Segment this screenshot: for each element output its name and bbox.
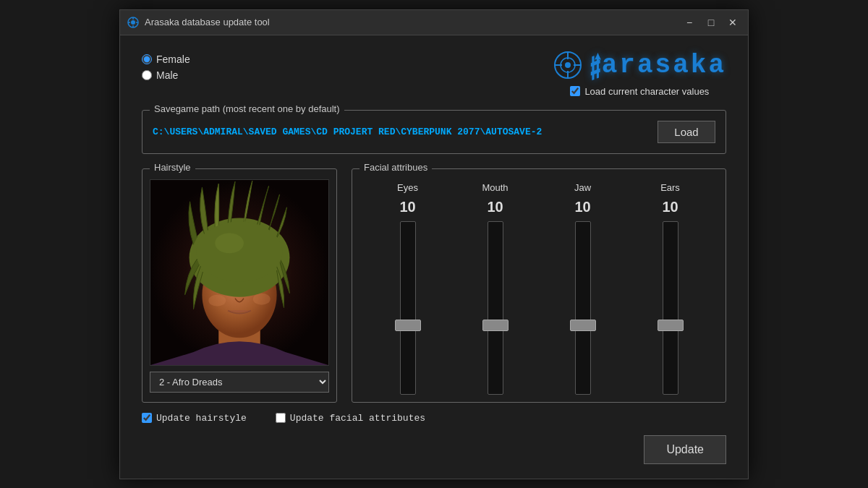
- gender-group: Female Male: [142, 50, 190, 81]
- jaw-slider-thumb[interactable]: [570, 320, 596, 331]
- checkboxes-row: Update hairstyle Update facial attribute…: [142, 413, 726, 424]
- male-label: Male: [156, 69, 178, 81]
- arasaka-emblem-icon: [553, 51, 582, 80]
- facial-columns: Eyes 10 Mouth 10 Jaw: [364, 182, 714, 395]
- jaw-label: Jaw: [574, 182, 591, 193]
- facial-legend: Facial attribues: [359, 162, 432, 173]
- window-controls: − □ ✕: [681, 14, 741, 30]
- ears-slider[interactable]: [663, 221, 678, 395]
- facial-col-jaw: Jaw 10: [561, 182, 605, 395]
- facial-col-mouth: Mouth 10: [474, 182, 517, 395]
- update-button[interactable]: Update: [644, 435, 726, 464]
- app-window: Arasaka database update tool − □ ✕ Femal…: [119, 9, 749, 479]
- update-hairstyle-checkbox[interactable]: [142, 413, 152, 423]
- jaw-slider[interactable]: [575, 221, 591, 395]
- main-panels: Hairstyle: [142, 168, 726, 403]
- load-button[interactable]: Load: [658, 121, 715, 143]
- savegame-legend: Savegame path (most recent one by defaul…: [150, 103, 344, 114]
- male-radio-label[interactable]: Male: [142, 69, 190, 81]
- main-content: Female Male: [120, 35, 748, 479]
- update-hairstyle-label[interactable]: Update hairstyle: [142, 413, 247, 424]
- savegame-input[interactable]: [153, 127, 650, 137]
- minimize-button[interactable]: −: [681, 14, 697, 30]
- ears-label: Ears: [660, 182, 680, 193]
- mouth-slider[interactable]: [488, 221, 503, 395]
- svg-point-23: [196, 221, 282, 281]
- title-bar: Arasaka database update tool − □ ✕: [120, 10, 748, 35]
- maximize-button[interactable]: □: [703, 14, 719, 30]
- svg-point-24: [215, 233, 244, 253]
- window-title: Arasaka database update tool: [145, 17, 676, 27]
- svg-point-12: [565, 62, 571, 68]
- update-facial-text: Update facial attributes: [290, 413, 425, 424]
- jaw-value: 10: [574, 199, 590, 215]
- character-preview: [150, 179, 329, 366]
- update-facial-label[interactable]: Update facial attributes: [276, 413, 425, 424]
- svg-point-20: [208, 294, 226, 306]
- update-hairstyle-text: Update hairstyle: [156, 413, 247, 424]
- ears-value: 10: [662, 199, 678, 215]
- female-radio-label[interactable]: Female: [142, 53, 190, 65]
- eyes-value: 10: [399, 199, 415, 215]
- ears-slider-thumb[interactable]: [658, 320, 684, 331]
- female-label: Female: [156, 53, 190, 65]
- savegame-section: Savegame path (most recent one by defaul…: [142, 110, 726, 154]
- load-current-text: Load current character values: [584, 86, 709, 97]
- hairstyle-panel: Hairstyle: [142, 168, 337, 403]
- mouth-slider-thumb[interactable]: [482, 320, 509, 331]
- logo-text: 𝄰arasaka: [590, 50, 726, 80]
- hairstyle-legend: Hairstyle: [150, 162, 195, 173]
- mouth-value: 10: [487, 199, 503, 215]
- logo-section: 𝄰arasaka Load current character values: [553, 50, 726, 97]
- facial-col-eyes: Eyes 10: [386, 182, 430, 395]
- app-icon: [127, 17, 139, 28]
- load-current-label[interactable]: Load current character values: [570, 86, 709, 97]
- hairstyle-select[interactable]: 2 - Afro Dreads 1 - Default 3 - Braids 4…: [150, 372, 329, 393]
- female-radio[interactable]: [142, 54, 152, 64]
- load-current-checkbox[interactable]: [570, 86, 580, 96]
- svg-point-1: [131, 20, 135, 25]
- update-facial-checkbox[interactable]: [276, 413, 286, 423]
- mouth-label: Mouth: [482, 182, 508, 193]
- close-button[interactable]: ✕: [725, 14, 741, 30]
- arasaka-logo: 𝄰arasaka: [553, 50, 726, 80]
- svg-point-21: [253, 293, 271, 304]
- update-section: Update: [142, 435, 726, 464]
- savegame-row: Load: [153, 121, 715, 143]
- eyes-slider[interactable]: [400, 221, 416, 395]
- facial-panel: Facial attribues Eyes 10 Mouth 10: [352, 168, 726, 403]
- character-svg: [150, 180, 328, 365]
- male-radio[interactable]: [142, 70, 152, 80]
- facial-col-ears: Ears 10: [649, 182, 692, 395]
- top-row: Female Male: [142, 50, 726, 97]
- eyes-slider-thumb[interactable]: [395, 320, 421, 331]
- eyes-label: Eyes: [397, 182, 418, 193]
